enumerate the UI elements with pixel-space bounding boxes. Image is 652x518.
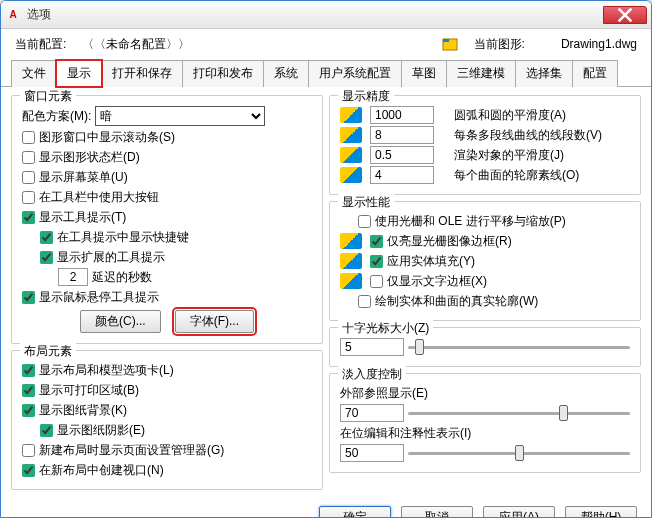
group-window-elements: 窗口元素 配色方案(M): 暗 图形窗口中显示滚动条(S) 显示图形状态栏(D)… (11, 95, 323, 344)
ok-button[interactable]: 确定 (319, 506, 391, 518)
cb-viewport[interactable] (22, 464, 35, 477)
cb-tooltips[interactable] (22, 211, 35, 224)
cb-shortcut[interactable] (40, 231, 53, 244)
cb-paperbg[interactable] (22, 404, 35, 417)
close-button[interactable] (603, 6, 647, 24)
cb-raster[interactable] (358, 215, 371, 228)
lbl-tooltips: 显示工具提示(T) (39, 209, 126, 226)
lbl-raster: 使用光栅和 OLE 进行平移与缩放(P) (375, 213, 566, 230)
xref-slider[interactable] (408, 404, 630, 422)
window-title: 选项 (27, 6, 603, 23)
crosshair-slider[interactable] (408, 338, 630, 356)
legend-fade: 淡入度控制 (338, 366, 406, 383)
current-profile-label: 当前配置: (15, 36, 66, 53)
legend-layout-elements: 布局元素 (20, 343, 76, 360)
cb-pagesetup[interactable] (22, 444, 35, 457)
legend-precision: 显示精度 (338, 88, 394, 105)
lbl-statusbar: 显示图形状态栏(D) (39, 149, 140, 166)
cb-scrollbars[interactable] (22, 131, 35, 144)
lbl-extended: 显示扩展的工具提示 (57, 249, 165, 266)
lbl-tabs: 显示布局和模型选项卡(L) (39, 362, 174, 379)
tab-userpref[interactable]: 用户系统配置 (308, 60, 402, 87)
inplace-input[interactable] (340, 444, 404, 462)
tab-file[interactable]: 文件 (11, 60, 57, 87)
drawing-icon (340, 147, 362, 163)
color-button[interactable]: 颜色(C)... (80, 310, 161, 333)
cb-largebuttons[interactable] (22, 191, 35, 204)
svg-rect-1 (443, 39, 449, 42)
lbl-paperbg: 显示图纸背景(K) (39, 402, 127, 419)
drawing-icon (340, 167, 362, 183)
legend-crosshair: 十字光标大小(Z) (338, 320, 433, 337)
cb-screenmenu[interactable] (22, 171, 35, 184)
cb-rasterframe[interactable] (370, 235, 383, 248)
lbl-delay: 延迟的秒数 (92, 269, 152, 286)
lbl-inplace: 在位编辑和注释性表示(I) (340, 425, 471, 442)
seg-input[interactable] (370, 126, 434, 144)
cb-textframe[interactable] (370, 275, 383, 288)
drawing-icon (442, 36, 458, 52)
cb-silhouette[interactable] (358, 295, 371, 308)
apply-button[interactable]: 应用(A) (483, 506, 555, 518)
app-icon: A (5, 7, 21, 23)
current-drawing-label: 当前图形: (474, 36, 525, 53)
lbl-hover: 显示鼠标悬停工具提示 (39, 289, 159, 306)
font-button[interactable]: 字体(F)... (175, 310, 254, 333)
tab-drafting[interactable]: 草图 (401, 60, 447, 87)
cb-shadow[interactable] (40, 424, 53, 437)
lbl-textframe: 仅显示文字边框(X) (387, 273, 487, 290)
tab-3dmodel[interactable]: 三维建模 (446, 60, 516, 87)
titlebar: A 选项 (1, 1, 651, 29)
tab-system[interactable]: 系统 (263, 60, 309, 87)
legend-window-elements: 窗口元素 (20, 88, 76, 105)
xref-input[interactable] (340, 404, 404, 422)
group-performance: 显示性能 使用光栅和 OLE 进行平移与缩放(P) 仅亮显光栅图像边框(R) 应… (329, 201, 641, 321)
lbl-viewport: 在新布局中创建视口(N) (39, 462, 164, 479)
tab-opensave[interactable]: 打开和保存 (101, 60, 183, 87)
lbl-seg: 每条多段线曲线的线段数(V) (454, 127, 602, 144)
cb-statusbar[interactable] (22, 151, 35, 164)
cb-hover[interactable] (22, 291, 35, 304)
tab-selection[interactable]: 选择集 (515, 60, 573, 87)
arc-input[interactable] (370, 106, 434, 124)
tab-display[interactable]: 显示 (56, 60, 102, 87)
drawing-icon (340, 253, 362, 269)
legend-performance: 显示性能 (338, 194, 394, 211)
group-fade: 淡入度控制 外部参照显示(E) 在位编辑和注释性表示(I) (329, 373, 641, 473)
contour-input[interactable] (370, 166, 434, 184)
cb-printable[interactable] (22, 384, 35, 397)
lbl-render: 渲染对象的平滑度(J) (454, 147, 564, 164)
drawing-icon (340, 273, 362, 289)
drawing-icon (340, 107, 362, 123)
cb-extended[interactable] (40, 251, 53, 264)
crosshair-input[interactable] (340, 338, 404, 356)
lbl-pagesetup: 新建布局时显示页面设置管理器(G) (39, 442, 224, 459)
dialog-buttons: 确定 取消 应用(A) 帮助(H) (1, 500, 651, 518)
group-crosshair: 十字光标大小(Z) (329, 327, 641, 367)
cb-solidfill[interactable] (370, 255, 383, 268)
lbl-xref: 外部参照显示(E) (340, 385, 428, 402)
lbl-silhouette: 绘制实体和曲面的真实轮廓(W) (375, 293, 538, 310)
current-drawing-value: Drawing1.dwg (561, 37, 637, 51)
colorscheme-label: 配色方案(M): (22, 108, 91, 125)
cb-tabs[interactable] (22, 364, 35, 377)
group-precision: 显示精度 圆弧和圆的平滑度(A) 每条多段线曲线的线段数(V) 渲染对象的平滑度… (329, 95, 641, 195)
render-input[interactable] (370, 146, 434, 164)
group-layout-elements: 布局元素 显示布局和模型选项卡(L) 显示可打印区域(B) 显示图纸背景(K) … (11, 350, 323, 490)
tab-profiles[interactable]: 配置 (572, 60, 618, 87)
inplace-slider[interactable] (408, 444, 630, 462)
lbl-scrollbars: 图形窗口中显示滚动条(S) (39, 129, 175, 146)
colorscheme-select[interactable]: 暗 (95, 106, 265, 126)
delay-input[interactable] (58, 268, 88, 286)
lbl-shadow: 显示图纸阴影(E) (57, 422, 145, 439)
lbl-printable: 显示可打印区域(B) (39, 382, 139, 399)
help-button[interactable]: 帮助(H) (565, 506, 637, 518)
drawing-icon (340, 233, 362, 249)
lbl-rasterframe: 仅亮显光栅图像边框(R) (387, 233, 512, 250)
cancel-button[interactable]: 取消 (401, 506, 473, 518)
profile-row: 当前配置: 〈〈未命名配置〉〉 当前图形: Drawing1.dwg (1, 29, 651, 59)
tab-plot[interactable]: 打印和发布 (182, 60, 264, 87)
current-profile-value: 〈〈未命名配置〉〉 (82, 36, 190, 53)
lbl-arc: 圆弧和圆的平滑度(A) (454, 107, 566, 124)
lbl-contour: 每个曲面的轮廓素线(O) (454, 167, 579, 184)
